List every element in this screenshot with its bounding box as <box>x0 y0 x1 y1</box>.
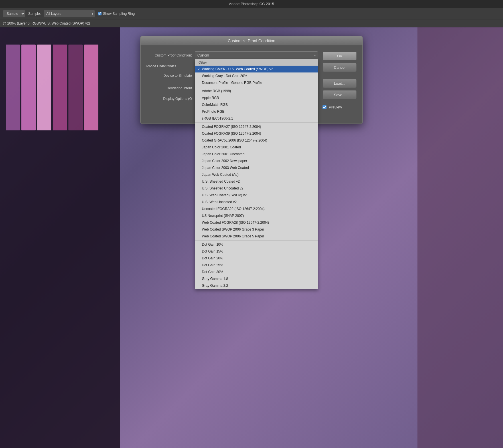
ok-button[interactable]: OK <box>323 51 357 60</box>
title-bar: Adobe Photoshop CC 2015 <box>0 0 503 8</box>
dropdown-item-prophoto-rgb[interactable]: ProPhoto RGB <box>195 108 318 115</box>
rendering-intent-label: Rendering Intent <box>146 86 192 90</box>
show-sampling-ring-label[interactable]: Show Sampling Ring <box>98 12 135 16</box>
custom-proof-row: Custom Proof Condition: Custom Other <box>146 51 318 59</box>
status-bar: @ 200% (Layer 0, RGB/8*/U.S. Web Coated … <box>0 19 503 27</box>
dropdown-item-label: Document Profile - Generic RGB Profile <box>202 81 262 85</box>
dropdown-item-colormatch-rgb[interactable]: ColorMatch RGB <box>195 101 318 108</box>
dropdown-item-us-sheetfed-uncoated[interactable]: U.S. Sheetfed Uncoated v2 <box>195 185 318 192</box>
show-sampling-ring-text: Show Sampling Ring <box>103 12 135 16</box>
dropdown-item-dot-gain-30[interactable]: Dot Gain 30% <box>195 269 318 275</box>
preview-row: Preview <box>323 105 357 109</box>
dropdown-item-label: Working Gray - Dot Gain 20% <box>202 74 247 78</box>
dropdown-item-wrapper-2: Working Gray - Dot Gain 20% <box>195 72 318 79</box>
dropdown-item-dot-gain-15[interactable]: Dot Gain 15% <box>195 248 318 255</box>
dropdown-item-working-cmyk[interactable]: Working CMYK - U.S. Web Coated (SWOP) v2 <box>195 66 318 72</box>
layers-select[interactable]: All LayersCurrent LayerCurrent & Below <box>44 10 95 17</box>
preview-label: Preview <box>329 105 342 109</box>
dialog-title: Customize Proof Condition <box>228 39 275 43</box>
dropdown-item-document-profile[interactable]: Document Profile - Generic RGB Profile <box>195 79 318 86</box>
save-button[interactable]: Save... <box>323 90 357 99</box>
customize-proof-dialog: Customize Proof Condition Custom Proof C… <box>140 36 363 124</box>
proof-condition-dropdown[interactable]: Other Working CMYK - U.S. Web Coated (SW… <box>195 59 318 289</box>
dropdown-item-wrapper-1: Working CMYK - U.S. Web Coated (SWOP) v2 <box>195 66 318 72</box>
dropdown-item-working-gray[interactable]: Working Gray - Dot Gain 20% <box>195 72 318 79</box>
dropdown-item-dot-gain-20[interactable]: Dot Gain 20% <box>195 255 318 262</box>
dropdown-item-coated-gracol[interactable]: Coated GRACoL 2006 (ISO 12647-2:2004) <box>195 137 318 144</box>
app-title: Adobe Photoshop CC 2015 <box>229 2 274 6</box>
custom-proof-select[interactable]: Custom <box>195 51 318 59</box>
dropdown-item-dot-gain-10[interactable]: Dot Gain 10% <box>195 241 318 248</box>
dropdown-item-us-web-coated[interactable]: U.S. Web Coated (SWOP) v2 <box>195 192 318 199</box>
canvas-background: Customize Proof Condition Custom Proof C… <box>0 27 503 448</box>
dropdown-item-uncoated-fogra29[interactable]: Uncoated FOGRA29 (ISO 12647-2:2004) <box>195 205 318 212</box>
dropdown-item-gray-gamma-22[interactable]: Gray Gamma 2.2 <box>195 282 318 289</box>
sample-select[interactable]: Sample <box>3 10 25 17</box>
canvas-area: Customize Proof Condition Custom Proof C… <box>0 27 503 448</box>
dropdown-item-adobe-rgb[interactable]: Adobe RGB (1998) <box>195 88 318 94</box>
dropdown-item-gray-gamma-18[interactable]: Gray Gamma 1.8 <box>195 275 318 282</box>
status-text: @ 200% (Layer 0, RGB/8*/U.S. Web Coated … <box>3 21 90 25</box>
dropdown-item-label: Working CMYK - U.S. Web Coated (SWOP) v2 <box>202 67 273 71</box>
dropdown-item-srgb[interactable]: sRGB IEC61966-2.1 <box>195 115 318 122</box>
dropdown-item-apple-rgb[interactable]: Apple RGB <box>195 94 318 101</box>
custom-proof-label: Custom Proof Condition: <box>146 53 192 57</box>
load-button[interactable]: Load... <box>323 79 357 88</box>
cancel-button[interactable]: Cancel <box>323 63 357 72</box>
preview-checkbox[interactable] <box>323 105 326 109</box>
dropdown-group-other: Other <box>195 59 318 66</box>
dropdown-item-dot-gain-25[interactable]: Dot Gain 25% <box>195 262 318 269</box>
dropdown-item-web-coated-swop-grade3[interactable]: Web Coated SWOP 2006 Grade 3 Paper <box>195 226 318 233</box>
dropdown-item-japan-2001-uncoated[interactable]: Japan Color 2001 Uncoated <box>195 151 318 158</box>
device-simulate-label: Device to Simulate <box>146 74 192 78</box>
dialog-body: Custom Proof Condition: Custom Other <box>141 46 362 124</box>
toolbar: Sample Sample: All LayersCurrent LayerCu… <box>0 8 503 19</box>
dropdown-item-japan-2003-web[interactable]: Japan Color 2003 Web Coated <box>195 164 318 171</box>
dialog-sidebar: OK Cancel Load... Save... Preview <box>323 51 357 118</box>
dialog-main: Custom Proof Condition: Custom Other <box>146 51 318 118</box>
dropdown-item-us-newsprint[interactable]: US Newsprint (SNAP 2007) <box>195 212 318 219</box>
dropdown-item-coated-fogra39[interactable]: Coated FOGRA39 (ISO 12647-2:2004) <box>195 130 318 137</box>
dropdown-item-web-coated-swop-grade5[interactable]: Web Coated SWOP 2006 Grade 5 Paper <box>195 233 318 240</box>
custom-proof-select-wrapper: Custom Other Working CMYK - U.S. Web Coa… <box>195 51 318 59</box>
dialog-overlay: Customize Proof Condition Custom Proof C… <box>0 27 503 448</box>
dropdown-item-japan-web-ad[interactable]: Japan Web Coated (Ad) <box>195 171 318 178</box>
dropdown-item-web-coated-fogra28[interactable]: Web Coated FOGRA28 (ISO 12647-2:2004) <box>195 219 318 226</box>
dropdown-item-japan-2002-newspaper[interactable]: Japan Color 2002 Newspaper <box>195 158 318 164</box>
sample-select-wrapper: Sample <box>3 10 25 17</box>
dropdown-item-coated-fogra27[interactable]: Coated FOGRA27 (ISO 12647-2:2004) <box>195 123 318 130</box>
display-options-label: Display Options (O <box>146 97 192 101</box>
show-sampling-ring-checkbox[interactable] <box>98 12 102 15</box>
dropdown-item-wrapper-3: Document Profile - Generic RGB Profile <box>195 79 318 86</box>
layers-select-wrapper: All LayersCurrent LayerCurrent & Below <box>44 10 95 17</box>
dropdown-divider-1 <box>195 87 318 87</box>
dropdown-item-japan-2001-coated[interactable]: Japan Color 2001 Coated <box>195 144 318 151</box>
dialog-title-bar: Customize Proof Condition <box>141 36 362 46</box>
dropdown-item-us-web-uncoated[interactable]: U.S. Web Uncoated v2 <box>195 199 318 205</box>
layers-label: Sample: <box>28 12 41 16</box>
dropdown-divider-2 <box>195 122 318 123</box>
dropdown-item-us-sheetfed-coated[interactable]: U.S. Sheetfed Coated v2 <box>195 178 318 185</box>
dropdown-divider-3 <box>195 240 318 241</box>
